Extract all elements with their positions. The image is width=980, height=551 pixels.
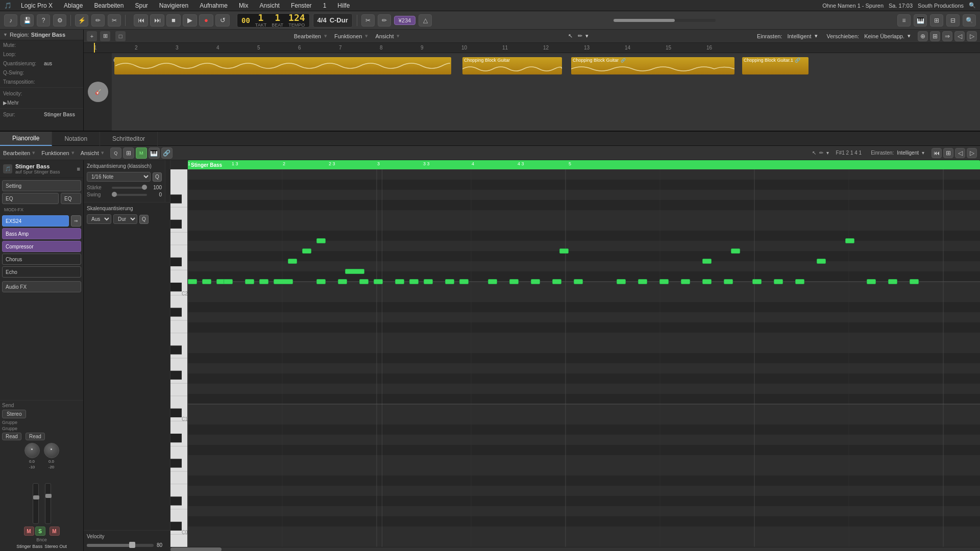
swing-slider[interactable] [112,194,147,196]
guitar-region-4[interactable]: Chopping Block Guitar.1 🔗 [742,57,808,74]
time-signature[interactable]: 4/4 C-Dur [313,13,353,28]
note-high-1[interactable] [288,259,297,264]
note-4[interactable] [224,279,233,284]
note-11[interactable] [374,279,383,284]
pr-bearbeiten-menu[interactable]: Bearbeiten [3,150,30,156]
menu-ansicht[interactable]: Ansicht [258,2,282,9]
note-high-2[interactable] [302,248,311,254]
tool-dropdown-icon[interactable]: ▾ [585,33,589,39]
pr-pencil-tool[interactable]: ✏ [819,150,823,156]
note-29[interactable] [774,279,783,284]
pencil-btn[interactable]: ✏ [378,14,391,27]
note-high-3[interactable] [316,238,326,243]
bass-amp-slot[interactable]: Bass Amp [2,228,81,239]
exs24-arrow-btn[interactable]: ⇒ [71,215,81,227]
pr-quantize-btn[interactable]: Q [110,147,121,159]
note-high-5[interactable] [559,248,569,254]
link-btn[interactable]: ⇒ [942,31,952,41]
fader-2[interactable] [45,483,51,524]
chorus-slot[interactable]: Chorus [2,254,81,265]
rewind-btn[interactable]: ⏮ [134,14,148,27]
note-high-4[interactable] [345,269,364,274]
dur-select[interactable]: Dur [113,214,137,224]
piano-btn[interactable]: 🎹 [914,14,927,27]
cycle-region-btn[interactable]: □ [115,31,126,41]
ansicht-menu[interactable]: Ansicht [375,33,394,39]
note-6[interactable] [259,279,268,284]
add-track-btn[interactable]: + [87,31,97,41]
tab-notation[interactable]: Notation [52,132,100,146]
library-btn[interactable]: ♪ [4,14,17,27]
pan-knob-1[interactable] [24,443,40,458]
tab-schritteditor[interactable]: Schritteditor [100,132,158,146]
nav-right-btn[interactable]: ▷ [967,31,977,41]
mixer-btn[interactable]: ⊟ [946,14,960,27]
funktionen-menu[interactable]: Funktionen [334,33,362,39]
note-20[interactable] [552,279,561,284]
note-19[interactable] [531,279,540,284]
guitar-region-3[interactable]: Chopping Block Guitar 🔗 [571,57,734,74]
save-btn[interactable]: 💾 [20,14,34,27]
note-28[interactable] [752,279,762,284]
prefs-btn[interactable]: ⚙ [53,14,66,27]
note-23[interactable] [638,279,647,284]
note-13[interactable] [409,279,419,284]
note-8[interactable] [316,279,326,284]
verschieben-dropdown-icon[interactable]: ▾ [908,33,911,39]
pencil-tool-icon[interactable]: ✏ [578,33,582,39]
note-5[interactable] [245,279,254,284]
menu-bearbeiten[interactable]: Bearbeiten [92,2,126,9]
align-btn[interactable]: ⊞ [930,31,940,41]
mode-btn[interactable]: ¥234 [394,16,415,25]
stereo-btn[interactable]: Stereo [2,410,26,418]
exs24-slot[interactable]: EXS24 [2,215,69,227]
menu-1[interactable]: 1 [321,2,329,9]
global-tracks-btn[interactable]: ⊞ [100,31,110,41]
mute-btn-2[interactable]: M [50,527,60,536]
setting-btn[interactable]: Setting [2,180,81,191]
note-15[interactable] [445,279,454,284]
pr-einrasten-value[interactable]: Intelligent [897,150,919,156]
menu-aufnahme[interactable]: Aufnahme [198,2,230,9]
note-27[interactable] [724,279,733,284]
pr-link-btn[interactable]: 🔗 [161,147,173,159]
menu-fenster[interactable]: Fenster [289,2,314,9]
pan-knob-2[interactable] [44,443,59,458]
scissors2-btn[interactable]: ✂ [361,14,375,27]
h-scrollbar-thumb[interactable] [170,547,222,551]
note-26[interactable] [702,279,712,284]
compressor-slot[interactable]: Compressor [2,241,81,252]
fast-forward-btn[interactable]: ⏭ [150,14,164,27]
note-high-7[interactable] [731,248,740,254]
snap-btn[interactable]: ⊕ [918,31,928,41]
scala-q-btn[interactable]: Q [139,215,149,224]
note-22[interactable] [617,279,626,284]
smart-controls-btn[interactable]: ⚡ [75,14,88,27]
pr-end-btn[interactable]: ⊞ [943,148,953,158]
note-32[interactable] [888,279,897,284]
einrasten-dropdown-icon[interactable]: ▾ [815,33,818,39]
velocity-thumb[interactable] [129,542,135,548]
nav-left-btn[interactable]: ◁ [954,31,965,41]
pr-arrow-tool[interactable]: ↖ [812,150,816,156]
note-14[interactable] [424,279,433,284]
velocity-slider[interactable] [87,544,154,547]
menu-navigieren[interactable]: Navigieren [157,2,190,9]
note-7[interactable] [274,279,293,284]
list-btn[interactable]: ≡ [897,14,911,27]
note-2[interactable] [202,279,211,284]
note-17[interactable] [488,279,497,284]
note-18[interactable] [509,279,519,284]
note-high-6[interactable] [702,259,712,264]
track-icon[interactable]: 🎵 [3,164,12,173]
pr-piano-btn[interactable]: 🎹 [149,147,160,159]
cycle-btn[interactable]: ↺ [215,14,230,27]
note-24[interactable] [659,279,669,284]
echo-slot[interactable]: Echo [2,266,81,278]
mute-btn-1[interactable]: M [24,527,34,536]
guitar-region-1[interactable] [114,57,451,74]
menu-spur[interactable]: Spur [133,2,150,9]
read1-btn[interactable]: Read [2,433,21,440]
verschieben-value[interactable]: Keine Überlapp. [864,33,904,39]
bearbeiten-menu[interactable]: Bearbeiten [294,33,321,39]
